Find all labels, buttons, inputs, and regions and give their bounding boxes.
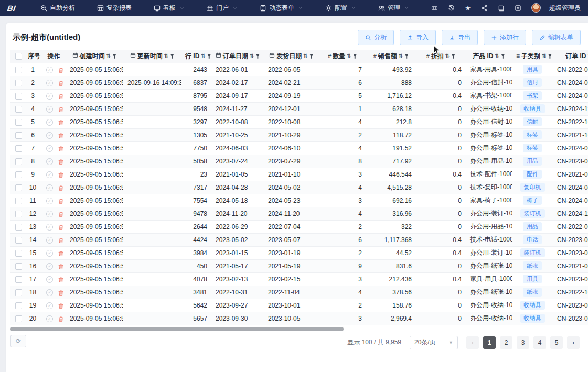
- row-checkbox[interactable]: [15, 237, 22, 244]
- delete-row-icon[interactable]: [58, 172, 64, 178]
- toolbar-button-4[interactable]: 添加行: [484, 30, 526, 45]
- filter-icon[interactable]: [309, 54, 314, 59]
- next-page-button[interactable]: ›: [567, 336, 580, 349]
- page-button-5[interactable]: 5: [550, 336, 563, 349]
- page-button-1[interactable]: 1: [483, 336, 496, 349]
- approve-icon[interactable]: ✓: [46, 250, 53, 257]
- column-header-4[interactable]: 更新时间⇅: [123, 50, 181, 63]
- delete-row-icon[interactable]: [58, 316, 64, 322]
- delete-row-icon[interactable]: [58, 159, 64, 165]
- page-button-4[interactable]: 4: [533, 336, 546, 349]
- toolbar-button-3[interactable]: 导出: [442, 30, 478, 45]
- column-header-12[interactable]: ≡子类别⇅: [512, 50, 553, 63]
- page-size-select[interactable]: 20条/页 ▼: [410, 336, 458, 349]
- row-checkbox[interactable]: [15, 198, 22, 204]
- delete-row-icon[interactable]: [58, 146, 64, 152]
- column-header-10[interactable]: #折扣⇅: [416, 50, 466, 63]
- row-checkbox[interactable]: [15, 158, 22, 165]
- approve-icon[interactable]: ✓: [46, 211, 53, 217]
- column-header-7[interactable]: 发货日期⇅: [264, 50, 319, 63]
- nav-item-2[interactable]: 复杂报表: [86, 0, 143, 16]
- approve-icon[interactable]: ✓: [46, 80, 53, 86]
- row-checkbox[interactable]: [15, 119, 22, 126]
- page-button-2[interactable]: 2: [500, 336, 512, 349]
- sort-icon[interactable]: ⇅: [106, 53, 111, 59]
- app-logo[interactable]: BI: [7, 4, 16, 13]
- filter-icon[interactable]: [501, 54, 505, 59]
- delete-row-icon[interactable]: [58, 250, 64, 257]
- approve-icon[interactable]: ✓: [46, 237, 53, 244]
- sort-icon[interactable]: ⇅: [445, 53, 450, 59]
- row-checkbox[interactable]: [15, 80, 22, 86]
- delete-row-icon[interactable]: [58, 80, 64, 86]
- delete-row-icon[interactable]: [58, 93, 64, 100]
- delete-row-icon[interactable]: [58, 133, 64, 139]
- sort-icon[interactable]: ⇅: [495, 53, 499, 59]
- delete-row-icon[interactable]: [58, 264, 64, 270]
- sort-icon[interactable]: ⇅: [399, 53, 403, 59]
- nav-item-5[interactable]: 动态表单: [249, 0, 314, 16]
- approve-icon[interactable]: ✓: [46, 67, 53, 73]
- row-checkbox[interactable]: [15, 184, 22, 191]
- column-header-8[interactable]: #数量⇅: [319, 50, 366, 63]
- approve-icon[interactable]: ✓: [46, 184, 53, 191]
- approve-icon[interactable]: ✓: [46, 106, 53, 113]
- approve-icon[interactable]: ✓: [46, 119, 53, 126]
- approve-icon[interactable]: ✓: [46, 145, 53, 152]
- approve-icon[interactable]: ✓: [46, 224, 53, 231]
- select-all-checkbox[interactable]: [15, 53, 22, 60]
- approve-icon[interactable]: ✓: [46, 276, 53, 283]
- row-checkbox[interactable]: [15, 211, 22, 217]
- approve-icon[interactable]: ✓: [46, 93, 53, 100]
- row-checkbox[interactable]: [15, 276, 22, 283]
- user-avatar[interactable]: [531, 3, 541, 13]
- delete-row-icon[interactable]: [58, 303, 64, 309]
- row-checkbox[interactable]: [15, 171, 22, 178]
- sort-icon[interactable]: ⇅: [250, 53, 254, 59]
- scrollbar-thumb[interactable]: [10, 327, 344, 331]
- history-icon[interactable]: [448, 5, 455, 12]
- approve-icon[interactable]: ✓: [46, 158, 53, 165]
- sort-icon[interactable]: ⇅: [201, 53, 205, 59]
- filter-icon[interactable]: [404, 54, 409, 59]
- approve-icon[interactable]: ✓: [46, 263, 53, 270]
- toolbar-button-5[interactable]: 编辑表单: [532, 30, 581, 45]
- column-header-9[interactable]: #销售额⇅: [366, 50, 416, 63]
- row-checkbox[interactable]: [15, 67, 22, 73]
- delete-row-icon[interactable]: [58, 211, 64, 217]
- delete-row-icon[interactable]: [58, 119, 64, 126]
- row-checkbox[interactable]: [15, 106, 22, 113]
- filter-icon[interactable]: [548, 54, 552, 59]
- toolbar-button-1[interactable]: 分析: [358, 30, 394, 45]
- nav-item-6[interactable]: 配置: [314, 0, 367, 16]
- column-header-11[interactable]: 产品 ID⇅: [466, 50, 512, 63]
- delete-row-icon[interactable]: [58, 290, 64, 296]
- row-checkbox[interactable]: [15, 224, 22, 231]
- delete-row-icon[interactable]: [58, 277, 64, 283]
- delete-row-icon[interactable]: [58, 224, 64, 231]
- filter-icon[interactable]: [353, 54, 357, 59]
- share-icon[interactable]: [481, 5, 488, 12]
- approve-icon[interactable]: ✓: [46, 132, 53, 139]
- delete-row-icon[interactable]: [58, 67, 64, 73]
- sort-icon[interactable]: ⇅: [347, 53, 351, 59]
- nav-item-1[interactable]: 自助分析: [29, 0, 86, 16]
- filter-icon[interactable]: [255, 54, 260, 59]
- sort-icon[interactable]: ⇅: [164, 53, 168, 59]
- row-checkbox[interactable]: [15, 315, 22, 322]
- filter-icon[interactable]: [451, 54, 455, 59]
- column-header-6[interactable]: 订单日期⇅: [211, 50, 264, 63]
- row-checkbox[interactable]: [15, 250, 22, 257]
- translate-icon[interactable]: [515, 5, 521, 12]
- approve-icon[interactable]: ✓: [46, 171, 53, 178]
- delete-row-icon[interactable]: [58, 237, 64, 244]
- filter-icon[interactable]: [207, 54, 211, 59]
- star-icon[interactable]: ★: [465, 4, 471, 12]
- column-header-5[interactable]: 行 ID⇅: [181, 50, 211, 63]
- filter-icon[interactable]: [112, 54, 116, 59]
- toolbar-button-2[interactable]: 导入: [400, 30, 436, 45]
- horizontal-scrollbar[interactable]: [10, 327, 584, 331]
- nav-item-4[interactable]: 门户: [196, 0, 249, 16]
- sort-icon[interactable]: ⇅: [542, 53, 546, 59]
- filter-icon[interactable]: [170, 54, 174, 59]
